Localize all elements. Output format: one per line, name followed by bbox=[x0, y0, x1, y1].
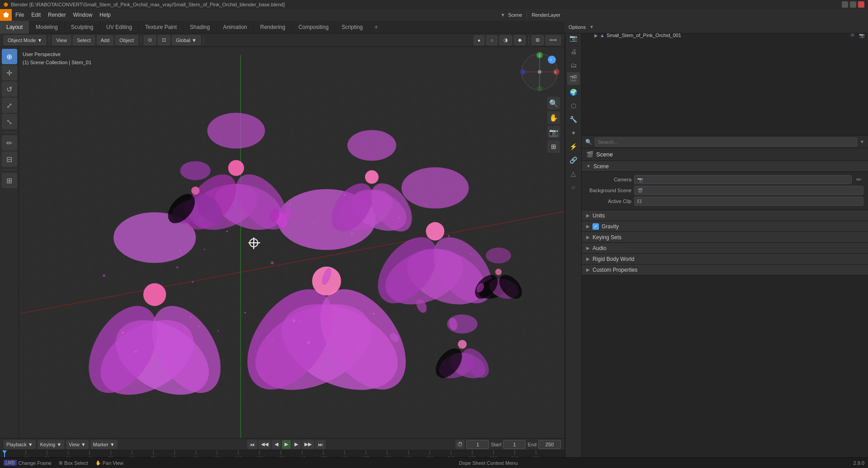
custom-properties-header[interactable]: ▶ Custom Properties bbox=[582, 265, 868, 275]
navigation-gizmo[interactable]: Z X Y bbox=[519, 52, 560, 92]
tab-layout[interactable]: Layout bbox=[0, 21, 29, 33]
props-modifier-icon[interactable]: 🔧 bbox=[567, 113, 580, 126]
pan-button[interactable]: ✋ bbox=[547, 111, 560, 124]
prev-frame-button[interactable]: ◀ bbox=[272, 440, 281, 449]
viewport-shading-material[interactable]: ◑ bbox=[499, 35, 512, 45]
frame-range-clock[interactable]: ⏱ bbox=[455, 440, 465, 449]
blender-logo: ⬟ bbox=[4, 2, 8, 8]
background-scene-field[interactable]: 🎬 bbox=[634, 186, 863, 195]
tool-move[interactable]: ✛ bbox=[2, 65, 17, 80]
audio-label: Audio bbox=[593, 245, 607, 251]
marker-menu[interactable]: Marker ▼ bbox=[90, 440, 118, 449]
options-label[interactable]: Options bbox=[569, 24, 586, 30]
play-pause-button[interactable]: ▶ bbox=[282, 440, 291, 449]
toolbar-separator-1 bbox=[49, 36, 49, 44]
tab-shading[interactable]: Shading bbox=[184, 21, 217, 33]
next-keyframe-button[interactable]: ▶▶ bbox=[302, 440, 314, 449]
props-material-icon[interactable]: ○ bbox=[567, 181, 580, 194]
menu-window[interactable]: Window bbox=[69, 9, 96, 21]
props-view-layer-icon[interactable]: 🗂 bbox=[567, 59, 580, 71]
menu-file[interactable]: File bbox=[12, 9, 28, 21]
maximize-button[interactable] bbox=[850, 1, 856, 8]
props-render-icon[interactable]: 📷 bbox=[567, 32, 580, 44]
active-clip-field[interactable]: 🎞 bbox=[634, 197, 863, 206]
transform-pivot[interactable]: ⊡ bbox=[158, 35, 170, 45]
tab-scripting[interactable]: Scripting bbox=[335, 21, 370, 33]
gravity-checkbox[interactable]: ✓ bbox=[593, 223, 599, 230]
minimize-button[interactable] bbox=[842, 1, 848, 8]
keying-menu[interactable]: Keying ▼ bbox=[38, 440, 65, 449]
timeline-view-menu[interactable]: View ▼ bbox=[66, 440, 89, 449]
props-constraint-icon[interactable]: 🔗 bbox=[567, 154, 580, 166]
props-search-input[interactable] bbox=[595, 137, 857, 147]
props-object-icon[interactable]: ⬡ bbox=[567, 99, 580, 112]
camera-button[interactable]: 📷 bbox=[547, 126, 560, 138]
add-menu[interactable]: Add bbox=[97, 35, 114, 45]
tool-rotate[interactable]: ↺ bbox=[2, 81, 17, 97]
tab-compositing[interactable]: Compositing bbox=[292, 21, 336, 33]
zoom-button[interactable]: 🔍 bbox=[547, 97, 560, 109]
props-data-icon[interactable]: △ bbox=[567, 167, 580, 180]
transform-snap[interactable]: ⊙ bbox=[144, 35, 156, 45]
end-frame-input[interactable]: 250 bbox=[538, 440, 561, 449]
tool-measure[interactable]: ⊟ bbox=[2, 151, 17, 167]
props-output-icon[interactable]: 🖨 bbox=[567, 45, 580, 58]
scene-section-arrow: ▼ bbox=[586, 164, 591, 169]
tool-add[interactable]: ⊞ bbox=[2, 173, 17, 188]
background-scene-row: Background Scene 🎬 bbox=[586, 185, 863, 195]
scene-section-header[interactable]: ▼ Scene bbox=[582, 161, 868, 172]
tab-sculpting[interactable]: Sculpting bbox=[65, 21, 100, 33]
gravity-arrow: ▶ bbox=[586, 224, 590, 229]
active-clip-label: Active Clip bbox=[586, 199, 631, 204]
3d-cursor[interactable] bbox=[249, 238, 258, 247]
start-frame-input[interactable]: 1 bbox=[503, 440, 526, 449]
pan-view-status: ✋ Pan View bbox=[95, 460, 123, 466]
audio-section-header[interactable]: ▶ Audio bbox=[582, 243, 868, 254]
viewport-overlays[interactable]: ⊞ bbox=[531, 35, 544, 45]
tab-animation[interactable]: Animation bbox=[217, 21, 254, 33]
render-vis-icon[interactable]: 📷 bbox=[859, 33, 864, 38]
tool-annotate[interactable]: ✏ bbox=[2, 135, 17, 151]
select-menu[interactable]: Select bbox=[73, 35, 95, 45]
svg-point-86 bbox=[272, 339, 273, 340]
next-frame-button[interactable]: ▶ bbox=[292, 440, 301, 449]
props-search-options[interactable]: ▼ bbox=[860, 139, 864, 144]
rigid-body-world-header[interactable]: ▶ Rigid Body World bbox=[582, 254, 868, 265]
grid-view-button[interactable]: ⊞ bbox=[547, 140, 560, 153]
units-section-header[interactable]: ▶ Units bbox=[582, 210, 868, 221]
tool-transform[interactable]: ⤡ bbox=[2, 114, 17, 129]
tab-uv-editing[interactable]: UV Editing bbox=[100, 21, 139, 33]
props-world-icon[interactable]: 🌍 bbox=[567, 86, 580, 99]
3d-viewport[interactable]: User Perspective (1) Scene Collection | … bbox=[19, 47, 564, 438]
gravity-section-header[interactable]: ▶ ✓ Gravity bbox=[582, 221, 868, 232]
viewport-xray[interactable]: ⟺ bbox=[545, 35, 561, 45]
close-button[interactable] bbox=[858, 1, 864, 8]
view-menu[interactable]: View bbox=[52, 35, 71, 45]
viewport-shading-wireframe[interactable]: ○ bbox=[486, 35, 498, 45]
viewport-shading-solid[interactable]: ● bbox=[474, 35, 485, 45]
current-frame-input[interactable]: 1 bbox=[466, 440, 489, 449]
object-menu[interactable]: Object bbox=[115, 35, 138, 45]
menu-render[interactable]: Render bbox=[44, 9, 69, 21]
props-scene-icon[interactable]: 🎬 bbox=[567, 72, 580, 85]
camera-field[interactable]: 📷 bbox=[634, 175, 852, 184]
transform-orientation[interactable]: Global ▼ bbox=[172, 35, 201, 45]
viewport-shading-rendered[interactable]: ◆ bbox=[514, 35, 526, 45]
prev-keyframe-button[interactable]: ◀◀ bbox=[258, 440, 271, 449]
tab-modeling[interactable]: Modeling bbox=[29, 21, 65, 33]
menu-edit[interactable]: Edit bbox=[28, 9, 44, 21]
object-mode-selector[interactable]: Object Mode ▼ bbox=[4, 35, 46, 45]
jump-to-start-button[interactable]: ⏮ bbox=[247, 440, 257, 449]
tool-cursor[interactable]: ⊕ bbox=[2, 49, 17, 64]
props-particle-icon[interactable]: ✦ bbox=[567, 127, 580, 139]
menu-help[interactable]: Help bbox=[96, 9, 114, 21]
add-workspace-button[interactable]: + bbox=[370, 23, 383, 31]
tab-texture-paint[interactable]: Texture Paint bbox=[139, 21, 184, 33]
jump-to-end-button[interactable]: ⏭ bbox=[315, 440, 326, 449]
tab-rendering[interactable]: Rendering bbox=[254, 21, 292, 33]
playback-menu[interactable]: Playback ▼ bbox=[4, 440, 36, 449]
camera-edit-icon[interactable]: ✏ bbox=[854, 176, 863, 183]
keying-sets-header[interactable]: ▶ Keying Sets bbox=[582, 232, 868, 243]
props-physics-icon[interactable]: ⚡ bbox=[567, 140, 580, 153]
tool-scale[interactable]: ⤢ bbox=[2, 98, 17, 113]
